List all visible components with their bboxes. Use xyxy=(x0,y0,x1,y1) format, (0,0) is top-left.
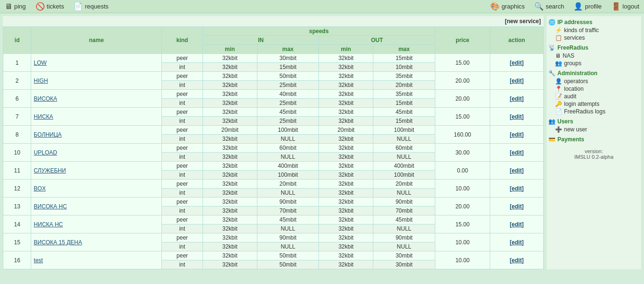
cell-kind-peer: peer xyxy=(162,162,203,171)
cell-out-min-peer: 32kbit xyxy=(319,233,373,242)
sidebar-header-freeradius[interactable]: 📡FreeRadius xyxy=(548,43,639,52)
sidebar-item-label: services xyxy=(564,34,585,41)
sidebar-item-freeradius-logs[interactable]: 📄FreeRadius logs xyxy=(548,108,639,115)
cell-kind-int: int xyxy=(162,242,203,251)
cell-price: 20.00 xyxy=(435,72,490,90)
edit-link[interactable]: [edit] xyxy=(510,60,523,66)
cell-in-min-int: 32kbit xyxy=(203,63,257,72)
edit-link[interactable]: [edit] xyxy=(510,185,523,192)
cell-kind-int: int xyxy=(162,224,203,233)
cell-in-min-peer: 32kbit xyxy=(203,54,257,63)
sidebar-item-services[interactable]: 📋services xyxy=(548,34,639,42)
service-link[interactable]: LOW xyxy=(34,60,46,66)
table-row: 7 НИСКА peer 32kbit 45mbit 32kbit 45mbit… xyxy=(3,108,544,117)
service-link[interactable]: ВИСОКА НС xyxy=(34,203,67,210)
cell-out-min-peer: 32kbit xyxy=(319,54,373,63)
cell-kind-int: int xyxy=(162,153,203,162)
cell-kind-int: int xyxy=(162,135,203,144)
edit-link[interactable]: [edit] xyxy=(510,95,523,102)
edit-link[interactable]: [edit] xyxy=(510,149,523,156)
edit-link[interactable]: [edit] xyxy=(510,239,523,246)
cell-price: 15.00 xyxy=(435,215,490,233)
table-row: 6 ВИСОКА peer 32kbit 40mbit 32kbit 35mbi… xyxy=(3,90,544,99)
ping-icon: 🖥 xyxy=(5,2,12,11)
operators-icon: 👤 xyxy=(555,78,562,85)
edit-link[interactable]: [edit] xyxy=(510,167,523,174)
cell-in-min-int: 32kbit xyxy=(203,81,257,90)
sidebar-item-operators[interactable]: 👤operators xyxy=(548,77,639,85)
service-link[interactable]: BOX xyxy=(34,185,45,192)
cell-name: ВИСОКА НС xyxy=(31,198,162,215)
service-link[interactable]: СЛУЖЕБНИ xyxy=(34,167,66,174)
service-link[interactable]: НИСКА xyxy=(34,113,53,120)
col-out-min: min xyxy=(319,45,373,54)
cell-in-max-int: 50mbit xyxy=(257,260,319,269)
sidebar-item-groups[interactable]: 👥groups xyxy=(548,60,639,67)
service-link[interactable]: БОЛНИЦА xyxy=(34,131,62,138)
service-link[interactable]: ВИСОКА xyxy=(34,95,57,102)
cell-action: [edit] xyxy=(490,215,544,233)
sidebar-header-label: Users xyxy=(557,118,573,125)
service-link[interactable]: test xyxy=(34,257,43,264)
sidebar-section-users: 👥Users➕new user xyxy=(548,117,639,133)
cell-out-min-int: 32kbit xyxy=(319,224,373,233)
cell-kind-int: int xyxy=(162,171,203,180)
cell-id: 15 xyxy=(3,233,31,251)
cell-out-max-peer: 45mbit xyxy=(373,215,435,224)
sidebar-item-location[interactable]: 📍location xyxy=(548,85,639,93)
cell-in-max-int: NULL xyxy=(257,153,319,162)
cell-action: [edit] xyxy=(490,251,544,269)
nav-ping[interactable]: 🖥 ping xyxy=(5,2,26,11)
sidebar-item-nas[interactable]: 🖥NAS xyxy=(548,52,639,60)
cell-in-min-peer: 32kbit xyxy=(203,108,257,117)
cell-out-max-int: 70mbit xyxy=(373,207,435,215)
nav-logout[interactable]: 🚪 logout xyxy=(611,2,639,11)
sidebar-item-label: new user xyxy=(564,126,587,133)
sidebar-item-audit[interactable]: 📝audit xyxy=(548,93,639,100)
version-value: IMSLU 0.2-alpha xyxy=(574,154,614,160)
cell-price: 160.00 xyxy=(435,126,490,144)
tickets-icon: 🚫 xyxy=(35,2,45,11)
nav-search[interactable]: 🔍 search xyxy=(534,2,564,11)
sidebar-header-payments[interactable]: 💳Payments xyxy=(548,135,639,144)
col-in-min: min xyxy=(203,45,257,54)
cell-id: 10 xyxy=(3,144,31,162)
sidebar-header-users[interactable]: 👥Users xyxy=(548,117,639,126)
edit-link[interactable]: [edit] xyxy=(510,113,523,120)
services-icon: 📋 xyxy=(555,34,562,41)
new-service-link[interactable]: [new service] xyxy=(505,18,541,25)
sidebar-header-administration[interactable]: 🔧Administration xyxy=(548,69,639,77)
cell-price: 10.00 xyxy=(435,180,490,198)
cell-in-min-int: 32kbit xyxy=(203,153,257,162)
edit-link[interactable]: [edit] xyxy=(510,203,523,210)
cell-out-max-peer: 45mbit xyxy=(373,108,435,117)
nav-graphics[interactable]: 🎨 graphics xyxy=(490,2,525,11)
sidebar-item-login-attempts[interactable]: 🔑login attempts xyxy=(548,100,639,108)
cell-name: BOX xyxy=(31,180,162,198)
cell-price: 20.00 xyxy=(435,198,490,215)
cell-id: 8 xyxy=(3,126,31,144)
cell-action: [edit] xyxy=(490,126,544,144)
sidebar-header-ip-addresses[interactable]: 🌐IP addresses xyxy=(548,18,639,26)
service-link[interactable]: ВИСОКА 15 ДЕНА xyxy=(34,239,82,246)
nav-requests[interactable]: 📄 requests xyxy=(73,2,108,11)
edit-link[interactable]: [edit] xyxy=(510,131,523,138)
services-table: id name kind speeds price action IN OUT … xyxy=(3,26,544,269)
edit-link[interactable]: [edit] xyxy=(510,257,523,264)
service-link[interactable]: HIGH xyxy=(34,77,48,84)
service-link[interactable]: НИСКА НС xyxy=(34,221,63,228)
cell-in-min-int: 32kbit xyxy=(203,224,257,233)
groups-icon: 👥 xyxy=(555,60,562,67)
nav-profile[interactable]: 👤 profile xyxy=(573,2,601,11)
cell-kind-int: int xyxy=(162,63,203,72)
edit-link[interactable]: [edit] xyxy=(510,221,523,228)
cell-price: 10.00 xyxy=(435,233,490,251)
sidebar-item-kinds-of-traffic[interactable]: ⚡kinds of traffic xyxy=(548,26,639,34)
cell-in-max-int: NULL xyxy=(257,135,319,144)
sidebar-item-new-user[interactable]: ➕new user xyxy=(548,126,639,133)
nav-tickets[interactable]: 🚫 tickets xyxy=(35,2,64,11)
service-link[interactable]: UPLOAD xyxy=(34,149,57,156)
col-in: IN xyxy=(203,36,319,45)
edit-link[interactable]: [edit] xyxy=(510,77,523,84)
cell-kind-int: int xyxy=(162,260,203,269)
